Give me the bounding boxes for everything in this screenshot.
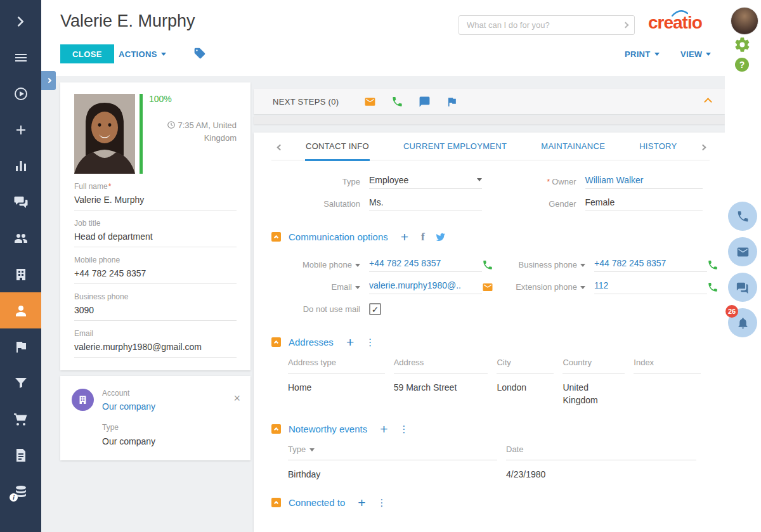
do-not-use-mail-checkbox[interactable]: ✓ [369, 303, 381, 315]
call-mobile-button[interactable] [482, 259, 493, 271]
twitter-icon[interactable] [435, 231, 446, 242]
col-index[interactable]: Index [634, 358, 701, 373]
connections-menu-button[interactable]: ⋮ [377, 498, 387, 507]
mobile-phone-value[interactable]: +44 782 245 8357 [74, 264, 237, 284]
tabs-scroll-right[interactable] [694, 141, 712, 152]
extension-phone-field[interactable]: 112 [594, 280, 707, 294]
email-panel-button[interactable] [728, 237, 757, 266]
noteworthy-events-title[interactable]: Noteworthy events [289, 424, 367, 434]
business-phone-field[interactable]: +44 782 245 8357 [594, 258, 707, 272]
job-title-value[interactable]: Head of department [74, 228, 237, 247]
country-cell: United Kingdom [563, 373, 625, 407]
account-type-value[interactable]: Our company [102, 436, 239, 446]
sidebar-item-contacts-group[interactable] [0, 220, 41, 256]
gender-field[interactable]: Female [585, 197, 703, 211]
account-link[interactable]: Our company [102, 401, 239, 412]
events-menu-button[interactable]: ⋮ [400, 424, 410, 434]
business-phone-type-dropdown[interactable]: Business phone [500, 260, 585, 269]
connected-to-title[interactable]: Connected to [289, 497, 345, 508]
sidebar-item-processes[interactable] [0, 75, 41, 112]
mobile-phone-type-dropdown[interactable]: Mobile phone [271, 260, 360, 269]
call-extension-button[interactable] [707, 282, 719, 293]
tab-history[interactable]: HISTORY [639, 133, 677, 161]
sidebar-item-dashboards[interactable] [0, 148, 41, 184]
add-chat-task-icon[interactable] [419, 96, 431, 108]
cti-phone-button[interactable] [728, 202, 757, 231]
communication-options-title[interactable]: Communication options [289, 231, 388, 242]
address-row[interactable]: Home 59 March Street London United Kingd… [288, 373, 710, 407]
extension-phone-type-dropdown[interactable]: Extension phone [500, 282, 585, 292]
email-type-dropdown[interactable]: Email [271, 282, 360, 292]
next-steps-collapse-button[interactable] [705, 96, 711, 107]
business-phone-value[interactable]: 3090 [74, 301, 237, 321]
sidebar-item-feed[interactable] [0, 184, 41, 220]
sidebar-item-add[interactable] [0, 112, 41, 148]
sidebar-item-leads[interactable] [0, 328, 41, 365]
view-dropdown[interactable]: VIEW [680, 49, 711, 59]
event-row[interactable]: Birthday 4/23/1980 [288, 460, 710, 481]
email-value[interactable]: valerie.murphy1980@gmail.com [74, 338, 237, 358]
add-connection-button[interactable]: + [358, 496, 365, 509]
add-address-button[interactable]: + [346, 335, 354, 349]
actions-dropdown[interactable]: ACTIONS [119, 49, 166, 59]
feed-panel-button[interactable] [728, 273, 757, 302]
col-address[interactable]: Address [394, 358, 488, 373]
add-flag-task-icon[interactable] [446, 96, 458, 108]
print-dropdown[interactable]: PRINT [625, 49, 660, 59]
collapse-section-button[interactable] [271, 424, 281, 434]
global-search[interactable] [459, 15, 635, 35]
sidebar-expand-button[interactable] [0, 3, 41, 39]
notifications-button[interactable]: 26 [728, 308, 757, 337]
sidebar-item-opportunities[interactable] [0, 365, 41, 401]
sidebar-item-menu[interactable] [0, 39, 41, 75]
send-email-button[interactable] [482, 282, 493, 293]
address-cell: 59 March Street [394, 373, 488, 407]
comm-email-field[interactable]: valerie.murphy1980@.. [369, 280, 482, 294]
salutation-field[interactable]: Ms. [369, 197, 482, 211]
tabs-scroll-left[interactable] [271, 141, 289, 152]
user-avatar[interactable] [731, 7, 758, 35]
search-submit-icon[interactable] [623, 22, 629, 29]
addresses-menu-button[interactable]: ⋮ [365, 337, 375, 347]
sidebar-item-orders[interactable] [0, 401, 41, 437]
sidebar-item-finance[interactable]: i [0, 473, 41, 509]
chevron-up-icon [704, 98, 712, 106]
close-button[interactable]: CLOSE [60, 44, 114, 63]
call-business-button[interactable] [707, 259, 719, 271]
collapse-section-button[interactable] [271, 232, 281, 242]
tags-button[interactable] [193, 47, 206, 60]
sidebar-item-contacts[interactable] [0, 292, 41, 328]
add-call-task-icon[interactable] [391, 96, 403, 108]
remove-account-button[interactable]: × [233, 393, 240, 404]
mobile-phone-field[interactable]: +44 782 245 8357 [369, 258, 482, 272]
contact-photo[interactable] [74, 94, 135, 174]
panel-expand-tab[interactable] [41, 71, 56, 90]
quick-actions-rail: 26 [725, 76, 761, 532]
add-communication-button[interactable]: + [401, 230, 408, 243]
help-button[interactable]: ? [735, 58, 749, 72]
event-type-cell: Birthday [288, 460, 497, 481]
people-icon [13, 231, 29, 246]
add-event-button[interactable]: + [380, 422, 387, 436]
collapse-section-button[interactable] [271, 337, 281, 347]
phone-icon [707, 259, 719, 271]
col-country[interactable]: Country [563, 358, 625, 373]
add-email-task-icon[interactable] [364, 96, 376, 108]
tab-current-employment[interactable]: CURRENT EMPLOYMENT [403, 133, 507, 161]
owner-link[interactable]: William Walker [585, 175, 703, 189]
col-event-type[interactable]: Type [288, 444, 497, 460]
col-city[interactable]: City [497, 358, 554, 373]
sidebar-item-contracts[interactable] [0, 437, 41, 473]
full-name-value[interactable]: Valerie E. Murphy [74, 191, 237, 211]
addresses-title[interactable]: Addresses [289, 337, 334, 347]
search-input[interactable] [467, 20, 623, 30]
collapse-section-button[interactable] [271, 498, 281, 507]
settings-gear-button[interactable] [734, 36, 751, 53]
col-event-date[interactable]: Date [506, 444, 696, 460]
col-address-type[interactable]: Address type [288, 358, 385, 373]
type-dropdown[interactable]: Employee [369, 175, 482, 189]
tab-maintainance[interactable]: MAINTAINANCE [540, 133, 606, 161]
facebook-icon[interactable]: f [421, 231, 425, 243]
tab-contact-info[interactable]: CONTACT INFO [305, 133, 370, 161]
sidebar-item-accounts[interactable] [0, 256, 41, 292]
